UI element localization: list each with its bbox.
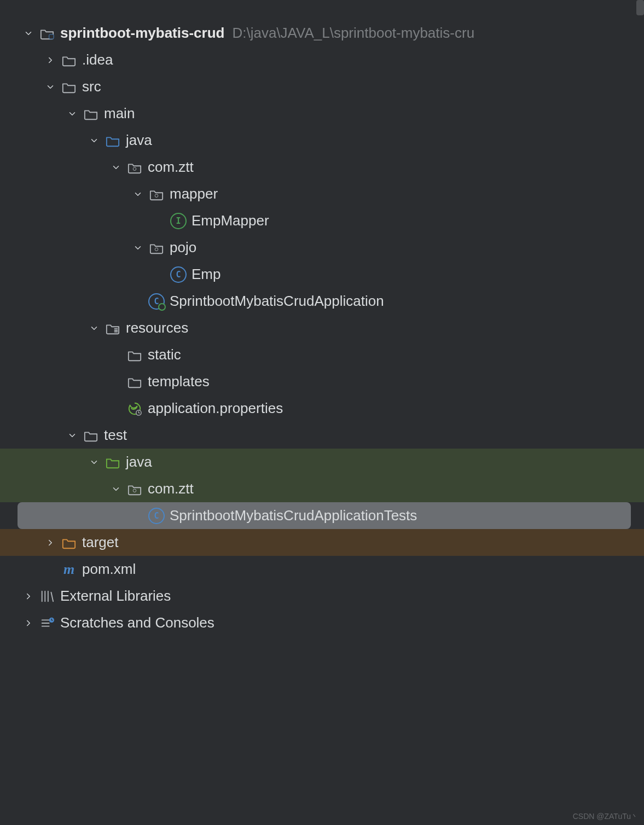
tree-label: mapper	[170, 185, 218, 202]
tree-row-package-comztt[interactable]: com.ztt	[0, 154, 644, 181]
spring-properties-icon	[126, 400, 143, 417]
tree-row-resources[interactable]: resources	[0, 315, 644, 341]
tree-row-project-root[interactable]: sprintboot-mybatis-crud D:\java\JAVA_L\s…	[0, 20, 644, 47]
tree-label: Emp	[192, 266, 221, 283]
chevron-right-icon[interactable]	[40, 55, 60, 65]
chevron-down-icon[interactable]	[62, 109, 82, 119]
project-tree: sprintboot-mybatis-crud D:\java\JAVA_L\s…	[0, 0, 644, 636]
tree-label: static	[148, 346, 181, 363]
chevron-down-icon[interactable]	[106, 162, 126, 172]
tree-row-java[interactable]: java	[0, 127, 644, 154]
chevron-right-icon[interactable]	[19, 591, 38, 601]
chevron-down-icon[interactable]	[62, 431, 82, 440]
tree-row-package-pojo[interactable]: pojo	[0, 234, 644, 261]
tree-label: SprintbootMybatisCrudApplication	[170, 293, 384, 310]
folder-icon	[60, 51, 78, 69]
package-icon	[148, 185, 165, 203]
package-icon	[148, 239, 165, 257]
tree-row-scratches[interactable]: Scratches and Consoles	[0, 609, 644, 636]
chevron-down-icon[interactable]	[84, 457, 104, 467]
chevron-down-icon[interactable]	[19, 28, 38, 38]
svg-point-3	[155, 248, 158, 251]
scratches-icon	[38, 614, 56, 632]
resources-folder-icon	[104, 319, 121, 337]
tree-row-test[interactable]: test	[0, 422, 644, 449]
tree-label: com.ztt	[148, 159, 194, 176]
tree-label: application.properties	[148, 400, 283, 417]
tree-row-application-properties[interactable]: application.properties	[0, 395, 644, 422]
package-icon	[126, 480, 143, 498]
folder-icon	[60, 78, 78, 96]
tree-label: templates	[148, 373, 210, 390]
folder-icon	[82, 427, 100, 444]
module-folder-icon	[38, 25, 56, 42]
maven-icon: m	[60, 561, 78, 578]
tree-label: pom.xml	[82, 561, 136, 578]
tree-row-idea[interactable]: .idea	[0, 47, 644, 73]
tree-label: External Libraries	[60, 588, 171, 605]
scrollbar-thumb[interactable]	[636, 0, 644, 15]
tree-row-src[interactable]: src	[0, 73, 644, 100]
chevron-right-icon[interactable]	[19, 618, 38, 628]
project-name: sprintboot-mybatis-crud	[60, 25, 224, 42]
svg-rect-0	[49, 34, 54, 38]
tree-row-static[interactable]: static	[0, 341, 644, 368]
tree-label: com.ztt	[148, 480, 194, 497]
chevron-down-icon[interactable]	[84, 323, 104, 333]
chevron-right-icon[interactable]	[40, 538, 60, 548]
project-path: D:\java\JAVA_L\sprintboot-mybatis-cru	[232, 25, 474, 42]
tree-label: resources	[126, 319, 188, 336]
chevron-down-icon[interactable]	[40, 82, 60, 92]
tree-label: target	[82, 534, 119, 551]
source-folder-icon	[104, 132, 121, 149]
tree-row-main[interactable]: main	[0, 100, 644, 127]
tree-row-target[interactable]: target	[0, 529, 644, 556]
svg-point-1	[133, 167, 136, 171]
test-source-folder-icon	[104, 454, 121, 471]
tree-label: SprintbootMybatisCrudApplicationTests	[170, 507, 417, 524]
libraries-icon	[38, 588, 56, 605]
tree-row-wrapper-selected: C SprintbootMybatisCrudApplicationTests	[0, 502, 644, 529]
watermark-text: CSDN @ZATuTu丶	[573, 812, 639, 822]
svg-point-2	[155, 194, 158, 197]
tree-row-test-package-comztt[interactable]: com.ztt	[0, 475, 644, 502]
tree-row-class-emp[interactable]: C Emp	[0, 261, 644, 288]
class-icon: C	[148, 507, 165, 525]
tree-label: src	[82, 78, 101, 95]
tree-label: test	[104, 427, 127, 444]
tree-row-class-application[interactable]: C SprintbootMybatisCrudApplication	[0, 288, 644, 315]
tree-row-pom[interactable]: m pom.xml	[0, 556, 644, 583]
tree-label: .idea	[82, 51, 113, 68]
tree-row-package-mapper[interactable]: mapper	[0, 181, 644, 207]
tree-row-templates[interactable]: templates	[0, 368, 644, 395]
package-icon	[126, 159, 143, 176]
chevron-down-icon[interactable]	[84, 136, 104, 146]
tree-label: pojo	[170, 239, 196, 256]
folder-icon	[126, 346, 143, 364]
chevron-down-icon[interactable]	[128, 189, 148, 199]
tree-label: Scratches and Consoles	[60, 614, 214, 631]
chevron-down-icon[interactable]	[106, 484, 126, 494]
tree-label: main	[104, 105, 135, 122]
chevron-down-icon[interactable]	[128, 243, 148, 253]
tree-label: java	[126, 132, 152, 149]
tree-row-test-java[interactable]: java	[0, 449, 644, 475]
excluded-folder-icon	[60, 534, 78, 551]
folder-icon	[126, 373, 143, 391]
tree-label: java	[126, 454, 152, 470]
runnable-class-icon: C	[148, 293, 165, 310]
svg-point-5	[133, 489, 136, 492]
class-icon: C	[170, 266, 187, 283]
tree-label: EmpMapper	[192, 212, 269, 229]
folder-icon	[82, 105, 100, 123]
tree-row-interface-empmapper[interactable]: I EmpMapper	[0, 207, 644, 234]
interface-icon: I	[170, 212, 187, 230]
tree-row-class-application-tests[interactable]: C SprintbootMybatisCrudApplicationTests	[18, 502, 631, 529]
tree-row-external-libraries[interactable]: External Libraries	[0, 583, 644, 609]
